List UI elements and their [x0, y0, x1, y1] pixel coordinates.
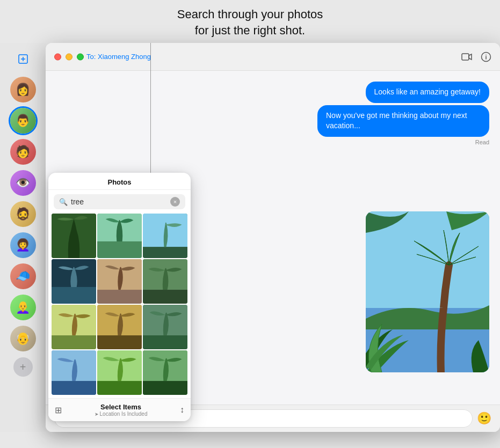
- photo-thumb-12[interactable]: [143, 350, 187, 395]
- photo-thumb-6[interactable]: [143, 259, 187, 304]
- location-icon: ➤: [95, 412, 99, 417]
- tooltip-line2: for just the right shot.: [195, 24, 305, 37]
- contact-avatar-8[interactable]: 👩‍🦲: [10, 295, 36, 320]
- photo-thumb-1[interactable]: [52, 214, 96, 258]
- svg-rect-19: [143, 290, 187, 304]
- video-call-button[interactable]: [461, 52, 472, 62]
- photos-title: Photos: [48, 173, 191, 190]
- titlebar: To: Xiaomeng Zhong: [46, 43, 500, 71]
- svg-rect-29: [97, 381, 142, 395]
- photo-thumb-8[interactable]: [97, 305, 142, 349]
- contact-avatar-9[interactable]: 👴: [10, 326, 36, 351]
- message-bubble-1: Looks like an amazing getaway!: [366, 82, 489, 103]
- maximize-button[interactable]: [77, 53, 84, 60]
- to-label: To:: [86, 53, 96, 61]
- message-bubbles: Looks like an amazing getaway! Now you'v…: [56, 82, 489, 137]
- close-button[interactable]: [54, 53, 61, 60]
- photos-search-input[interactable]: [71, 197, 167, 206]
- contact-avatar-1[interactable]: 👩: [10, 77, 36, 102]
- location-text: Location Is Included: [100, 411, 148, 417]
- photos-grid: [48, 214, 191, 398]
- contact-avatar-2-active[interactable]: 👨: [10, 108, 36, 134]
- search-icon: 🔍: [59, 198, 68, 206]
- contact-avatar-7[interactable]: 🧢: [10, 263, 36, 289]
- contact-avatar-4[interactable]: 👁️: [10, 170, 36, 196]
- info-button[interactable]: [481, 52, 491, 62]
- emoji-button[interactable]: 🙂: [477, 412, 491, 425]
- svg-point-6: [485, 54, 487, 55]
- tooltip: Search through your photos for just the …: [0, 0, 500, 38]
- recipient-field: To: Xiaomeng Zhong: [86, 53, 151, 61]
- photo-thumb-3[interactable]: [143, 214, 187, 258]
- tooltip-line1: Search through your photos: [177, 8, 323, 21]
- photo-thumb-5[interactable]: [97, 259, 142, 304]
- grid-view-icon[interactable]: ⊞: [55, 405, 62, 415]
- photo-thumb-10[interactable]: [52, 350, 96, 395]
- photo-thumb-7[interactable]: [52, 305, 96, 349]
- svg-rect-13: [143, 247, 187, 258]
- svg-rect-11: [97, 241, 142, 258]
- svg-rect-21: [52, 335, 96, 349]
- compose-button[interactable]: [13, 49, 33, 69]
- sort-icon[interactable]: ↕: [180, 405, 184, 415]
- svg-rect-31: [143, 381, 187, 395]
- photos-search-bar[interactable]: 🔍 ×: [54, 194, 185, 209]
- svg-rect-25: [143, 335, 187, 349]
- tooltip-line: [150, 43, 151, 188]
- contact-avatar-6[interactable]: 👩‍🦱: [10, 232, 36, 258]
- svg-rect-27: [52, 381, 96, 395]
- contact-avatar-5[interactable]: 🧔: [10, 201, 36, 227]
- svg-rect-3: [462, 54, 469, 60]
- photo-thumb-4[interactable]: [52, 259, 96, 304]
- photo-thumb-9[interactable]: [143, 305, 187, 349]
- location-label: ➤ Location Is Included: [95, 411, 148, 417]
- footer-center: Select Items ➤ Location Is Included: [95, 403, 148, 417]
- contact-avatar-3[interactable]: 🧑: [10, 139, 36, 165]
- photo-thumb-11[interactable]: [97, 350, 142, 395]
- sidebar: 👩 👨 🧑 👁️ 🧔 👩‍🦱 🧢 👩‍🦲 👴 +: [0, 43, 46, 432]
- minimize-button[interactable]: [66, 53, 73, 60]
- photos-footer: ⊞ Select Items ➤ Location Is Included ↕: [48, 398, 191, 421]
- svg-rect-23: [97, 335, 142, 349]
- add-contact-button[interactable]: +: [13, 357, 33, 377]
- contact-name: Xiaomeng Zhong: [98, 53, 151, 61]
- chat-photo[interactable]: [366, 211, 489, 372]
- window-controls: [54, 53, 84, 60]
- photos-popup: Photos 🔍 ×: [48, 173, 191, 421]
- photo-thumb-2[interactable]: [97, 214, 142, 258]
- search-clear-button[interactable]: ×: [170, 197, 180, 207]
- titlebar-actions: [461, 52, 491, 62]
- svg-rect-17: [97, 290, 142, 304]
- svg-rect-15: [52, 287, 96, 304]
- message-bubble-2: Now you've got me thinking about my next…: [317, 105, 489, 137]
- select-items-label: Select Items: [95, 403, 148, 411]
- read-receipt: Read: [56, 139, 489, 145]
